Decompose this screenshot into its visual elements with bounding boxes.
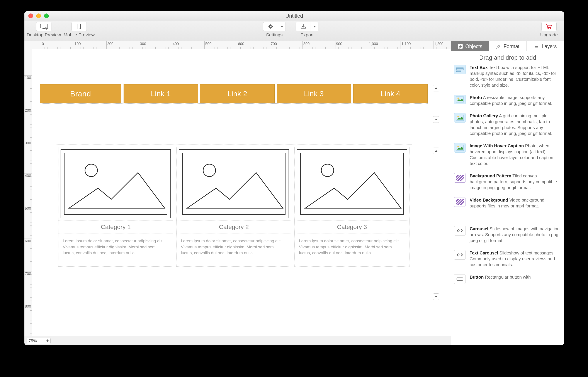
svg-point-4 — [79, 28, 80, 29]
settings-dropdown[interactable] — [278, 22, 286, 31]
svg-point-34 — [457, 146, 459, 147]
object-item-video-background[interactable]: Video Background Video background, suppo… — [454, 197, 561, 209]
ruler-h-label: 700 — [271, 42, 277, 46]
category-card-3[interactable]: Category 3 Lorem ipsum dolor sit amet, c… — [294, 147, 410, 267]
tab-format[interactable]: Format — [489, 41, 526, 51]
object-item-photo[interactable]: Photo A resizable image, supports any co… — [454, 95, 561, 106]
zoom-stepper[interactable]: 75% — [26, 338, 50, 344]
svg-point-21 — [203, 164, 215, 177]
button-icon — [454, 274, 466, 284]
svg-rect-27 — [456, 69, 463, 70]
toolbar: Desktop Preview Mobile Preview — [25, 21, 564, 41]
section-collapse-up-2[interactable] — [433, 148, 439, 154]
svg-line-13 — [269, 27, 270, 28]
ruler-h-label: 0 — [42, 42, 44, 46]
inspector-panel: Drag and drop to add Text Box Text box w… — [451, 51, 564, 345]
mobile-preview-button[interactable] — [72, 22, 87, 31]
svg-point-5 — [270, 25, 272, 28]
category-body[interactable]: Lorem ipsum dolor sit amet, consectetur … — [176, 234, 291, 266]
export-button[interactable] — [296, 22, 318, 31]
section-collapse-down[interactable] — [433, 116, 439, 123]
svg-point-43 — [459, 230, 460, 231]
letterbox-right — [564, 0, 588, 377]
minimize-window-button[interactable] — [36, 13, 41, 18]
inspector-hint: Drag and drop to add — [451, 51, 564, 64]
ruler-v-label: 100 — [25, 76, 31, 80]
category-title[interactable]: Category 2 — [176, 220, 291, 234]
svg-line-11 — [272, 27, 272, 28]
category-title[interactable]: Category 3 — [295, 220, 409, 234]
object-text: Text Box Text box with support for HTML … — [470, 65, 561, 88]
upgrade-button[interactable] — [541, 22, 557, 31]
titlebar: Untitled — [25, 11, 564, 21]
design-canvas[interactable]: Brand Link 1 Link 2 Link 3 Link 4 — [32, 49, 451, 336]
export-dropdown[interactable] — [311, 22, 318, 31]
zoom-window-button[interactable] — [44, 13, 49, 18]
nav-link-3[interactable]: Link 3 — [277, 84, 351, 103]
svg-point-20 — [85, 164, 97, 177]
section-collapse-down-2[interactable] — [433, 294, 439, 300]
nav-link-2[interactable]: Link 2 — [200, 84, 274, 103]
svg-line-35 — [456, 175, 461, 180]
category-card-2[interactable]: Category 2 Lorem ipsum dolor sit amet, c… — [176, 147, 291, 267]
object-item-button[interactable]: Button Rectangular button with — [454, 274, 561, 284]
desktop-preview-button[interactable] — [36, 22, 51, 31]
section-collapse-up[interactable] — [433, 85, 439, 91]
image-placeholder[interactable] — [297, 149, 407, 218]
photo-icon — [454, 95, 466, 104]
ruler-h-label: 1,000 — [369, 42, 378, 46]
svg-point-15 — [550, 28, 551, 29]
tab-objects[interactable]: Objects — [451, 41, 489, 51]
inspector-tabs: Objects Format Layers — [451, 41, 564, 51]
chevron-down-icon — [435, 119, 438, 120]
plus-icon — [457, 44, 463, 49]
object-text: Text Carousel Slideshow of text messages… — [470, 250, 561, 268]
svg-line-12 — [272, 25, 272, 26]
category-body[interactable]: Lorem ipsum dolor sit amet, consectetur … — [58, 234, 173, 266]
object-item-carousel[interactable]: Carousel Slideshow of images with naviga… — [454, 226, 561, 244]
object-item-background-pattern[interactable]: Background Pattern Tiled canvas backgrou… — [454, 173, 561, 191]
horizontal-ruler[interactable]: 01002003004005006007008009001,0001,1001,… — [32, 41, 451, 49]
settings-button[interactable] — [263, 22, 286, 31]
ruler-h-label: 100 — [75, 42, 81, 46]
object-text: Photo A resizable image, supports any co… — [470, 95, 561, 106]
close-window-button[interactable] — [28, 13, 33, 18]
nav-link-1[interactable]: Link 1 — [124, 84, 198, 103]
category-body[interactable]: Lorem ipsum dolor sit amet, consectetur … — [295, 234, 409, 266]
category-title[interactable]: Category 1 — [58, 220, 173, 234]
image-placeholder[interactable] — [179, 149, 289, 218]
category-card-1[interactable]: Category 1 Lorem ipsum dolor sit amet, c… — [58, 147, 173, 267]
svg-line-10 — [269, 25, 270, 26]
tab-layers[interactable]: Layers — [526, 41, 564, 51]
svg-rect-23 — [456, 68, 463, 69]
settings-label: Settings — [266, 32, 283, 37]
categories-section[interactable]: Category 1 Lorem ipsum dolor sit amet, c… — [56, 144, 412, 269]
ruler-h-label: 1,200 — [434, 42, 443, 46]
tab-objects-label: Objects — [465, 44, 482, 49]
image-placeholder[interactable] — [61, 149, 171, 218]
object-text: Background Pattern Tiled canvas backgrou… — [470, 173, 561, 191]
upgrade-label: Upgrade — [540, 32, 558, 37]
zoom-value: 75% — [28, 339, 37, 343]
svg-rect-26 — [456, 68, 463, 69]
ruler-corner — [25, 41, 32, 49]
svg-line-39 — [456, 199, 461, 204]
layers-icon — [534, 44, 539, 49]
nav-brand[interactable]: Brand — [40, 84, 121, 103]
object-text: Button Rectangular button with — [470, 274, 531, 280]
object-item-text-box[interactable]: Text Box Text box with support for HTML … — [454, 65, 561, 88]
chevron-down-icon — [435, 296, 438, 297]
nav-bar[interactable]: Brand Link 1 Link 2 Link 3 Link 4 — [40, 84, 428, 104]
mobile-preview-label: Mobile Preview — [64, 32, 95, 37]
chevron-up-icon — [435, 150, 438, 152]
image-placeholder-icon — [64, 153, 167, 214]
object-item-photo-gallery[interactable]: Photo Gallery A grid containing multiple… — [454, 113, 561, 136]
object-item-text-carousel[interactable]: Text Carousel Slideshow of text messages… — [454, 250, 561, 268]
mobile-phone-icon — [75, 24, 84, 30]
nav-link-4[interactable]: Link 4 — [353, 84, 428, 103]
vertical-ruler[interactable]: 100200300400500600700800 — [25, 49, 32, 336]
svg-point-30 — [457, 97, 459, 99]
svg-rect-25 — [456, 71, 461, 72]
object-item-image-with-hover-caption[interactable]: Image With Hover Caption Photo, when hov… — [454, 143, 561, 166]
workarea: 01002003004005006007008009001,0001,1001,… — [25, 41, 451, 336]
